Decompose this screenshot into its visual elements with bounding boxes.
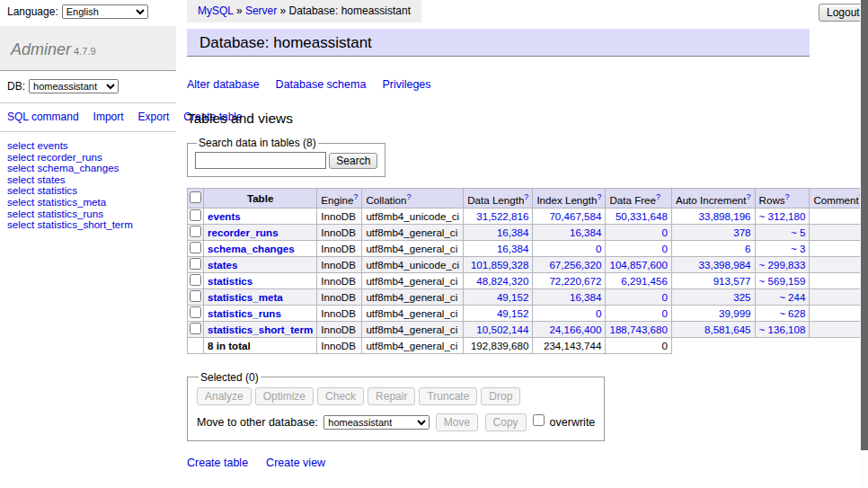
- sidebar-item-select-schema-changes[interactable]: select schema_changes: [7, 163, 169, 174]
- value-link-auto-increment[interactable]: 39,999: [676, 307, 751, 319]
- move-db-select[interactable]: homeassistant: [323, 415, 430, 430]
- truncate-button[interactable]: Truncate: [419, 387, 477, 405]
- value-link-auto-increment[interactable]: 913,577: [676, 275, 751, 287]
- select-all-checkbox[interactable]: [190, 191, 201, 203]
- table-link-statistics-meta[interactable]: statistics_meta: [208, 291, 283, 303]
- table-row: eventsInnoDButf8mb4_unicode_ci31,522,816…: [188, 208, 868, 224]
- move-button[interactable]: Move: [436, 413, 478, 431]
- check-button[interactable]: Check: [317, 387, 364, 405]
- row-checkbox[interactable]: [190, 306, 201, 318]
- value-link-data-length[interactable]: 31,522,816: [467, 210, 528, 222]
- value-link-auto-increment[interactable]: 6: [676, 243, 751, 254]
- help-link[interactable]: ?: [656, 192, 660, 201]
- row-checkbox[interactable]: [190, 274, 201, 286]
- breadcrumb-item-mysql[interactable]: MySQL: [198, 4, 234, 17]
- analyze-button[interactable]: Analyze: [197, 387, 252, 405]
- scrollbar[interactable]: [860, 0, 868, 488]
- table-link-schema-changes[interactable]: schema_changes: [208, 243, 295, 254]
- value-link-rows[interactable]: ~ 299,833: [759, 259, 806, 271]
- table-link-statistics[interactable]: statistics: [208, 275, 252, 287]
- search-button[interactable]: Search: [329, 153, 377, 169]
- value-link-auto-increment[interactable]: 8,581,645: [676, 324, 751, 335]
- table-link-statistics-runs[interactable]: statistics_runs: [208, 307, 281, 319]
- value-link-auto-increment[interactable]: 378: [676, 226, 751, 238]
- scrollbar-thumb[interactable]: [861, 0, 868, 450]
- row-checkbox[interactable]: [190, 226, 201, 237]
- value-link-data-free[interactable]: 50,331,648: [609, 210, 667, 222]
- value-link-index-length[interactable]: 0: [536, 243, 601, 254]
- total-data-free: 0: [606, 337, 671, 353]
- value-link-rows[interactable]: ~ 5: [759, 226, 806, 238]
- help-link[interactable]: ?: [747, 192, 751, 201]
- value-link-data-free[interactable]: 104,857,600: [609, 259, 667, 271]
- value-link-data-length[interactable]: 10,502,144: [467, 324, 528, 335]
- help-link[interactable]: ?: [524, 192, 528, 201]
- overwrite-checkbox[interactable]: [533, 414, 545, 426]
- drop-button[interactable]: Drop: [481, 387, 520, 405]
- help-link[interactable]: ?: [353, 192, 358, 201]
- value-link-data-length[interactable]: 49,152: [467, 291, 528, 303]
- repair-button[interactable]: Repair: [368, 387, 415, 405]
- language-label: Language:: [7, 5, 58, 18]
- copy-button[interactable]: Copy: [485, 413, 527, 431]
- value-link-index-length[interactable]: 70,467,584: [536, 210, 601, 222]
- help-link[interactable]: ?: [407, 192, 412, 201]
- row-checkbox[interactable]: [190, 209, 201, 221]
- value-link-auto-increment[interactable]: 325: [676, 291, 751, 303]
- sidebar-item-select-statistics-short-term[interactable]: select statistics_short_term: [7, 219, 169, 231]
- optimize-button[interactable]: Optimize: [255, 387, 314, 405]
- value-link-auto-increment[interactable]: 33,398,984: [676, 259, 751, 271]
- nav-link-privileges[interactable]: Privileges: [382, 78, 430, 91]
- value-link-data-free[interactable]: 0: [609, 243, 667, 254]
- help-link[interactable]: ?: [785, 192, 790, 201]
- value-link-rows[interactable]: ~ 569,159: [759, 275, 806, 287]
- value-link-rows[interactable]: ~ 244: [759, 291, 806, 303]
- nav-link-database-schema[interactable]: Database schema: [276, 78, 367, 91]
- value-link-index-length[interactable]: 16,384: [536, 226, 601, 238]
- value-link-index-length[interactable]: 72,220,672: [536, 275, 601, 287]
- table-link-recorder-runs[interactable]: recorder_runs: [208, 226, 279, 238]
- search-input[interactable]: [195, 152, 326, 169]
- value-link-data-length[interactable]: 48,824,320: [467, 275, 528, 287]
- language-select[interactable]: English: [62, 4, 148, 19]
- sidebar-link-sql-command[interactable]: SQL command: [7, 111, 79, 123]
- row-checkbox-cell: [188, 208, 204, 224]
- value-link-index-length[interactable]: 16,384: [536, 291, 601, 303]
- sidebar-item-select-events[interactable]: select events: [7, 140, 169, 152]
- nav-link-alter-database[interactable]: Alter database: [187, 78, 260, 91]
- row-checkbox[interactable]: [190, 258, 201, 270]
- value-link-data-free[interactable]: 0: [609, 291, 667, 303]
- row-checkbox[interactable]: [190, 323, 201, 334]
- sidebar-link-export[interactable]: Export: [138, 111, 170, 123]
- value-link-rows[interactable]: ~ 312,180: [759, 210, 806, 222]
- db-select[interactable]: homeassistant: [29, 79, 119, 93]
- value-link-data-free[interactable]: 0: [609, 226, 667, 238]
- help-link[interactable]: ?: [597, 192, 601, 201]
- value-link-rows[interactable]: ~ 3: [759, 243, 806, 254]
- sidebar-link-import[interactable]: Import: [93, 111, 124, 123]
- value-link-auto-increment[interactable]: 33,898,196: [676, 210, 751, 222]
- value-link-data-free[interactable]: 188,743,680: [609, 324, 667, 335]
- cell-data-length: 31,522,816: [464, 208, 533, 224]
- value-link-data-length[interactable]: 101,859,328: [467, 259, 528, 271]
- table-link-events[interactable]: events: [208, 210, 241, 222]
- value-link-rows[interactable]: ~ 136,108: [759, 324, 806, 335]
- value-link-index-length[interactable]: 0: [536, 307, 601, 319]
- value-link-index-length[interactable]: 67,256,320: [536, 259, 601, 271]
- table-link-states[interactable]: states: [208, 259, 238, 271]
- row-checkbox[interactable]: [190, 242, 201, 253]
- create-link-create-table[interactable]: Create table: [187, 457, 248, 469]
- value-link-rows[interactable]: ~ 628: [759, 307, 806, 319]
- value-link-data-length[interactable]: 16,384: [467, 243, 528, 254]
- value-link-data-free[interactable]: 6,291,456: [609, 275, 667, 287]
- value-link-index-length[interactable]: 24,166,400: [536, 324, 601, 335]
- sidebar-item-select-statistics-meta[interactable]: select statistics_meta: [7, 197, 169, 209]
- value-link-data-length[interactable]: 49,152: [467, 307, 528, 319]
- value-link-data-length[interactable]: 16,384: [467, 226, 528, 238]
- create-link-create-view[interactable]: Create view: [266, 457, 325, 469]
- row-checkbox[interactable]: [190, 290, 201, 302]
- value-link-data-free[interactable]: 0: [609, 307, 667, 319]
- table-link-statistics-short-term[interactable]: statistics_short_term: [208, 324, 313, 335]
- cell-rows: ~ 628: [755, 305, 810, 321]
- breadcrumb-item-server[interactable]: Server: [245, 4, 277, 17]
